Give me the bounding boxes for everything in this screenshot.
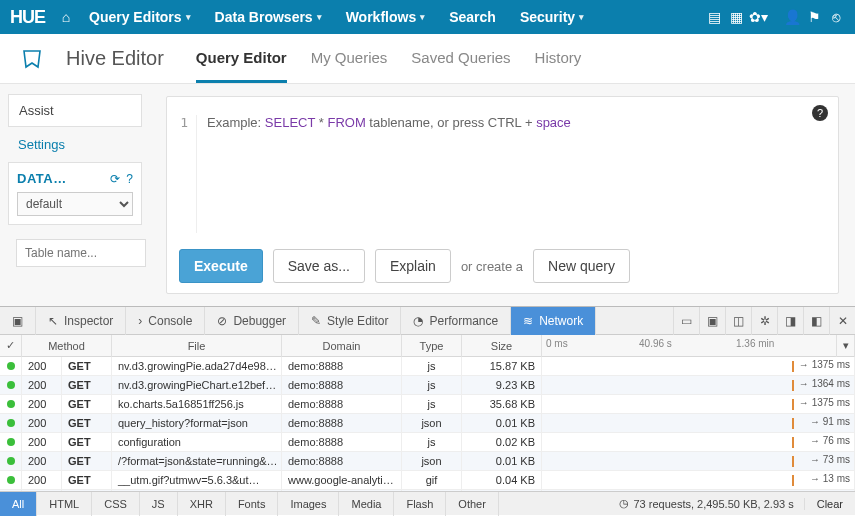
waterfall: → 76 ms <box>542 433 855 452</box>
hue-logo[interactable]: HUE <box>10 7 53 28</box>
network-summary: ◷73 requests, 2,495.50 KB, 2.93 s <box>609 497 803 510</box>
col-domain[interactable]: Domain <box>282 335 402 357</box>
domain: demo:8888 <box>282 433 402 452</box>
chevron-down-icon: ▾ <box>420 12 425 22</box>
chevron-right-icon: › <box>138 314 142 328</box>
domain: www.google-analyti… <box>282 471 402 490</box>
devtools-tab-console[interactable]: ›Console <box>126 307 205 335</box>
chevron-down-icon: ▾ <box>186 12 191 22</box>
filter-flash[interactable]: Flash <box>394 492 446 516</box>
devtools-tab-network[interactable]: ≋Network <box>511 307 596 335</box>
col-size[interactable]: Size <box>462 335 542 357</box>
top-nav: HUE ⌂ Query Editors▾ Data Browsers▾ Work… <box>0 0 855 34</box>
gauge-icon: ◔ <box>413 314 423 328</box>
explain-button[interactable]: Explain <box>375 249 451 283</box>
tab-saved-queries[interactable]: Saved Queries <box>411 35 510 83</box>
devtools-tab-inspector[interactable]: ↖Inspector <box>36 307 126 335</box>
nav-workflows[interactable]: Workflows▾ <box>336 0 436 34</box>
refresh-icon[interactable]: ⟳ <box>110 172 120 186</box>
header-tabs: Query Editor My Queries Saved Queries Hi… <box>196 35 581 83</box>
tab-history[interactable]: History <box>535 35 582 83</box>
devtools-tab-debugger[interactable]: ⊘Debugger <box>205 307 299 335</box>
size: 0.04 KB <box>462 471 542 490</box>
filter-media[interactable]: Media <box>339 492 394 516</box>
domain: demo:8888 <box>282 357 402 376</box>
network-columns: ✓ Method File Domain Type Size 0 ms 40.9… <box>0 335 855 357</box>
devtools-toggle-icon[interactable]: ▣ <box>0 307 36 335</box>
type: json <box>402 414 462 433</box>
status-code: 200 <box>22 357 62 376</box>
settings-link[interactable]: Settings <box>8 133 142 156</box>
or-label: or create a <box>461 259 523 274</box>
filter-xhr[interactable]: XHR <box>178 492 226 516</box>
user-icon[interactable]: 👤 <box>783 9 801 25</box>
domain: demo:8888 <box>282 414 402 433</box>
filter-fonts[interactable]: Fonts <box>226 492 279 516</box>
dock-icon[interactable]: ◨ <box>777 307 803 335</box>
file: __utm.gif?utmwv=5.6.3&ut… <box>112 471 282 490</box>
nav-query-editors[interactable]: Query Editors▾ <box>79 0 201 34</box>
filter-css[interactable]: CSS <box>92 492 140 516</box>
devtools-tab-style[interactable]: ✎Style Editor <box>299 307 401 335</box>
flag-icon[interactable]: ⚑ <box>805 9 823 25</box>
pencil-icon: ✎ <box>311 314 321 328</box>
database-panel: DATA… ⟳ ? default <box>8 162 142 225</box>
scratchpad-icon[interactable]: ▣ <box>699 307 725 335</box>
network-row[interactable]: 200GETko.charts.5a16851ff256.jsdemo:8888… <box>0 395 855 414</box>
tab-query-editor[interactable]: Query Editor <box>196 35 287 83</box>
size: 15.87 KB <box>462 357 542 376</box>
assist-panel[interactable]: Assist <box>8 94 142 127</box>
network-row[interactable]: 200GET__utm.gif?utmwv=5.6.3&ut…www.googl… <box>0 471 855 490</box>
col-menu-icon[interactable]: ▾ <box>837 335 855 357</box>
filter-js[interactable]: JS <box>140 492 178 516</box>
devtools-tab-performance[interactable]: ◔Performance <box>401 307 511 335</box>
col-check[interactable]: ✓ <box>0 335 22 357</box>
network-rows: 200GETnv.d3.growingPie.ada27d4e98…demo:8… <box>0 357 855 491</box>
help-icon[interactable]: ? <box>126 172 133 186</box>
close-icon[interactable]: ✕ <box>829 307 855 335</box>
filter-html[interactable]: HTML <box>37 492 92 516</box>
network-row[interactable]: 200GETnv.d3.growingPieChart.e12bef…demo:… <box>0 376 855 395</box>
col-waterfall: 0 ms 40.96 s 1.36 min <box>542 335 837 357</box>
status-dot <box>0 395 22 414</box>
hive-icon <box>18 45 46 73</box>
domain: demo:8888 <box>282 452 402 471</box>
devtools-footer: All HTML CSS JS XHR Fonts Images Media F… <box>0 491 855 515</box>
split-icon[interactable]: ◫ <box>725 307 751 335</box>
settings-icon[interactable]: ✲ <box>751 307 777 335</box>
tab-my-queries[interactable]: My Queries <box>311 35 388 83</box>
network-row[interactable]: 200GET/?format=json&state=running&…demo:… <box>0 452 855 471</box>
nav-search[interactable]: Search <box>439 0 506 34</box>
waterfall: → 91 ms <box>542 414 855 433</box>
gear-icon[interactable]: ✿▾ <box>749 9 767 25</box>
nav-security[interactable]: Security▾ <box>510 0 594 34</box>
network-row[interactable]: 200GETquery_history?format=jsondemo:8888… <box>0 414 855 433</box>
clear-button[interactable]: Clear <box>804 498 855 510</box>
save-as-button[interactable]: Save as... <box>273 249 365 283</box>
filter-images[interactable]: Images <box>278 492 339 516</box>
col-method[interactable]: Method <box>22 335 112 357</box>
sidebar: Assist Settings DATA… ⟳ ? default <box>0 84 150 306</box>
type: js <box>402 357 462 376</box>
code-editor[interactable]: Example: SELECT * FROM tablename, or pre… <box>197 115 571 233</box>
network-row[interactable]: 200GETconfigurationdemo:8888js0.02 KB→ 7… <box>0 433 855 452</box>
home-icon[interactable]: ⌂ <box>57 9 75 25</box>
database-select[interactable]: default <box>17 192 133 216</box>
tasks-icon[interactable]: ▦ <box>727 9 745 25</box>
file-icon[interactable]: ▤ <box>705 9 723 25</box>
responsive-icon[interactable]: ▭ <box>673 307 699 335</box>
popout-icon[interactable]: ◧ <box>803 307 829 335</box>
nav-data-browsers[interactable]: Data Browsers▾ <box>205 0 332 34</box>
status-code: 200 <box>22 376 62 395</box>
col-file[interactable]: File <box>112 335 282 357</box>
new-query-button[interactable]: New query <box>533 249 630 283</box>
filter-other[interactable]: Other <box>446 492 499 516</box>
filter-all[interactable]: All <box>0 492 37 516</box>
logout-icon[interactable]: ⎋ <box>827 9 845 25</box>
network-row[interactable]: 200GETnv.d3.growingPie.ada27d4e98…demo:8… <box>0 357 855 376</box>
col-type[interactable]: Type <box>402 335 462 357</box>
table-name-input[interactable] <box>16 239 146 267</box>
help-icon[interactable]: ? <box>812 105 828 121</box>
execute-button[interactable]: Execute <box>179 249 263 283</box>
file: nv.d3.growingPie.ada27d4e98… <box>112 357 282 376</box>
